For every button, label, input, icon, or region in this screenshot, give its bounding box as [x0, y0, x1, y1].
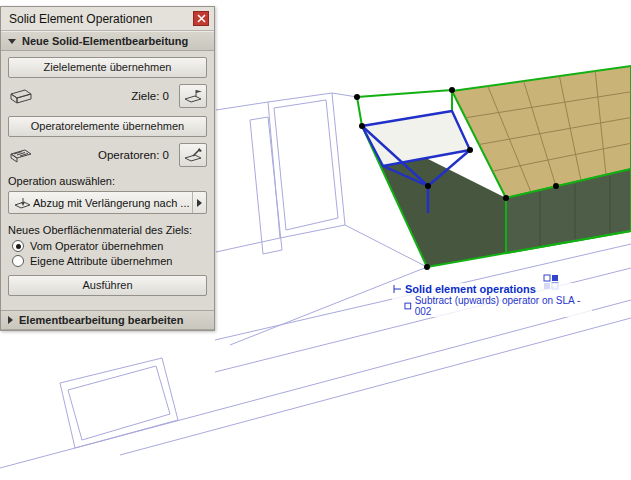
expand-icon	[8, 316, 13, 324]
dropdown-arrow-icon	[197, 199, 202, 207]
close-button[interactable]	[193, 11, 209, 26]
operation-selected-value: Abzug mit Verlängerung nach ...	[33, 197, 192, 209]
operation-select-label: Operation auswählen:	[8, 175, 207, 187]
radio-from-operator[interactable]: Vom Operator übernehmen	[12, 240, 207, 252]
sub-item-icon	[404, 302, 412, 310]
panel-title: Solid Element Operationen	[9, 12, 152, 26]
tooltip-title: Solid element operations	[405, 283, 536, 295]
pick-target-icon	[183, 88, 203, 104]
tooltip-detail: Subtract (upwards) operator on SLA - 002	[415, 295, 592, 317]
radio-own-attributes[interactable]: Eigene Attribute übernehmen	[12, 255, 207, 267]
section-new-label: Neue Solid-Elementbearbeitung	[22, 35, 188, 47]
targets-count-label: Ziele: 0	[36, 90, 179, 102]
material-section-label: Neues Oberflächenmaterial des Ziels:	[8, 224, 207, 236]
panel-titlebar[interactable]: Solid Element Operationen	[1, 7, 214, 31]
collapse-icon	[8, 39, 16, 44]
execute-button[interactable]: Ausführen	[8, 275, 207, 296]
viewport-tooltip: Solid element operations Subtract (upwar…	[392, 283, 592, 317]
solid-element-operations-panel: Solid Element Operationen Neue Solid-Ele…	[0, 6, 215, 331]
pick-target-button[interactable]	[179, 84, 207, 108]
close-icon	[197, 14, 206, 23]
pick-operator-icon	[183, 147, 203, 163]
panel-content: Zielelemente übernehmen Ziele: 0	[1, 51, 214, 310]
radio-selected-icon	[12, 240, 24, 252]
operator-elements-icon	[8, 144, 36, 166]
application-window: Solid element operations Subtract (upwar…	[0, 0, 631, 480]
target-elements-icon	[8, 85, 36, 107]
operation-dropdown[interactable]: Abzug mit Verlängerung nach ...	[8, 191, 207, 214]
operators-count-label: Operatoren: 0	[36, 149, 179, 161]
operation-icon	[13, 195, 33, 211]
section-new-operation[interactable]: Neue Solid-Elementbearbeitung	[1, 31, 214, 51]
pick-operator-button[interactable]	[179, 143, 207, 167]
section-edit-operations[interactable]: Elementbearbeitung bearbeiten	[1, 310, 214, 330]
tree-branch-icon	[392, 284, 402, 294]
take-operator-elements-button[interactable]: Operatorelemente übernehmen	[8, 116, 207, 137]
slab-element[interactable]	[354, 66, 631, 270]
dropdown-arrow[interactable]	[192, 192, 206, 213]
take-target-elements-button[interactable]: Zielelemente übernehmen	[8, 57, 207, 78]
radio-from-operator-label: Vom Operator übernehmen	[30, 240, 163, 252]
radio-own-attributes-label: Eigene Attribute übernehmen	[30, 255, 173, 267]
radio-unselected-icon	[12, 255, 24, 267]
section-edit-label: Elementbearbeitung bearbeiten	[19, 314, 183, 326]
